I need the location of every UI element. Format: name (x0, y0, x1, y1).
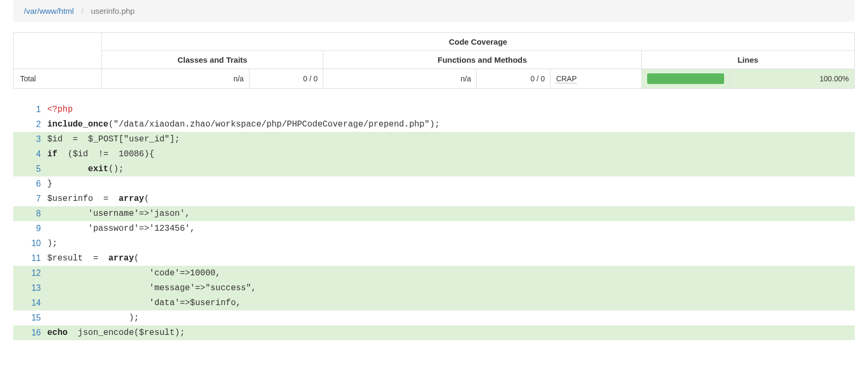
line-code: 'code'=>10000, (47, 266, 855, 281)
coverage-table: Code Coverage Classes and Traits Functio… (13, 32, 855, 89)
line-code: ); (47, 236, 855, 251)
code-line: 8 'username'=>'jason', (13, 206, 855, 221)
code-line: 1<?php (13, 102, 855, 117)
coverage-classes-ratio: 0 / 0 (250, 69, 323, 89)
coverage-crap-cell: CRAP (551, 69, 641, 89)
code-line: 14 'data'=>$userinfo, (13, 296, 855, 310)
line-number[interactable]: 11 (13, 251, 47, 266)
line-code: ); (47, 310, 855, 325)
coverage-header-functions: Functions and Methods (323, 51, 641, 69)
coverage-classes-na: n/a (101, 69, 249, 89)
coverage-functions-na: n/a (323, 69, 477, 89)
line-number[interactable]: 16 (13, 325, 47, 340)
line-number[interactable]: 13 (13, 281, 47, 296)
line-code: 'data'=>$userinfo, (47, 296, 855, 310)
code-line: 10); (13, 236, 855, 251)
line-code: include_once("/data/xiaodan.zhao/workspa… (47, 117, 855, 132)
line-number[interactable]: 7 (13, 191, 47, 206)
coverage-lines-percent: 100.00% (729, 69, 855, 89)
code-line: 11$result = array( (13, 251, 855, 266)
code-line: 3$id = $_POST["user_id"]; (13, 132, 855, 147)
line-number[interactable]: 5 (13, 162, 47, 176)
breadcrumb-separator: / (81, 6, 83, 15)
line-code: 'message'=>"success", (47, 281, 855, 296)
line-code: } (47, 176, 855, 191)
coverage-header-lines: Lines (641, 51, 854, 69)
coverage-header-classes: Classes and Traits (101, 51, 323, 69)
code-listing: 1<?php2include_once("/data/xiaodan.zhao/… (13, 102, 855, 340)
line-code: <?php (47, 102, 855, 117)
code-line: 5 exit(); (13, 162, 855, 176)
code-line: 16echo json_encode($result); (13, 325, 855, 340)
line-number[interactable]: 14 (13, 296, 47, 310)
code-line: 7$userinfo = array( (13, 191, 855, 206)
coverage-lines-progress-cell (641, 69, 729, 89)
line-number[interactable]: 9 (13, 221, 47, 236)
line-code: if ($id != 10086){ (47, 147, 855, 162)
line-number[interactable]: 1 (13, 102, 47, 117)
breadcrumb-current: userinfo.php (91, 6, 135, 15)
coverage-functions-ratio: 0 / 0 (477, 69, 551, 89)
coverage-header-row-2: Classes and Traits Functions and Methods… (14, 51, 855, 69)
line-code: $userinfo = array( (47, 191, 855, 206)
line-number[interactable]: 10 (13, 236, 47, 251)
line-number[interactable]: 15 (13, 310, 47, 325)
coverage-row-label: Total (14, 69, 102, 89)
line-number[interactable]: 4 (13, 147, 47, 162)
code-line: 4if ($id != 10086){ (13, 147, 855, 162)
line-number[interactable]: 6 (13, 176, 47, 191)
code-line: 12 'code'=>10000, (13, 266, 855, 281)
line-code: 'password'=>'123456', (47, 221, 855, 236)
line-code: $result = array( (47, 251, 855, 266)
breadcrumb-parent-link[interactable]: /var/www/html (24, 6, 74, 15)
code-line: 13 'message'=>"success", (13, 281, 855, 296)
code-line: 6} (13, 176, 855, 191)
line-number[interactable]: 3 (13, 132, 47, 147)
line-number[interactable]: 12 (13, 266, 47, 281)
code-line: 2include_once("/data/xiaodan.zhao/worksp… (13, 117, 855, 132)
lines-progress-bar (647, 73, 724, 84)
code-line: 9 'password'=>'123456', (13, 221, 855, 236)
crap-abbr[interactable]: CRAP (556, 74, 577, 83)
coverage-header-row-1: Code Coverage (14, 33, 855, 51)
line-code: $id = $_POST["user_id"]; (47, 132, 855, 147)
line-code: exit(); (47, 162, 855, 176)
line-code: echo json_encode($result); (47, 325, 855, 340)
coverage-header-main: Code Coverage (101, 33, 854, 51)
line-code: 'username'=>'jason', (47, 206, 855, 221)
coverage-total-row: Total n/a 0 / 0 n/a 0 / 0 CRAP 100.00% (14, 69, 855, 89)
coverage-blank-cell (14, 33, 102, 69)
code-line: 15 ); (13, 310, 855, 325)
breadcrumb: /var/www/html / userinfo.php (13, 0, 855, 22)
line-number[interactable]: 8 (13, 206, 47, 221)
line-number[interactable]: 2 (13, 117, 47, 132)
